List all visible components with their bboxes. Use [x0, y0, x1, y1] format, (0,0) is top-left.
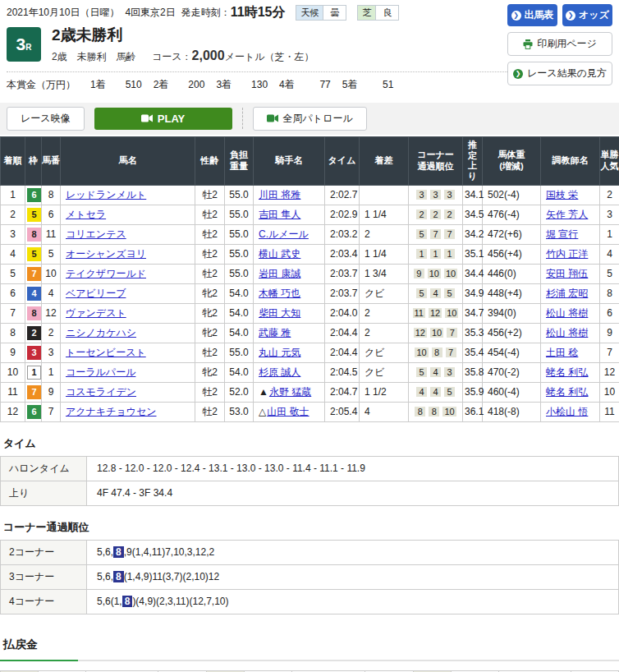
trainer-name-link[interactable]: 堀 宣行: [546, 228, 578, 240]
corner-position: 4: [430, 387, 441, 397]
guide-button[interactable]: ❯ レース結果の見方: [507, 62, 612, 85]
prize-place: 3着: [216, 79, 232, 90]
col-horse-name: 馬名: [61, 136, 195, 185]
jockey-name-link[interactable]: 丸山 元気: [259, 347, 300, 358]
finish-time: 2:04.5: [325, 362, 360, 382]
horse-name-link[interactable]: メトセラ: [66, 209, 106, 220]
col-horse-weight: 馬体重 (増減): [483, 136, 541, 185]
win-popularity: 9: [600, 323, 619, 343]
jockey-name-link[interactable]: 山田 敬士: [267, 406, 309, 417]
odds-button[interactable]: ❯ オッズ: [562, 4, 612, 26]
frame-number-cell: 1: [25, 362, 42, 382]
sex-age: 牡2: [195, 382, 225, 402]
corner-position: 1: [444, 249, 455, 259]
corner-position: 3: [416, 190, 427, 200]
sex-age: 牡2: [195, 264, 225, 283]
carried-weight: 55.0: [225, 244, 254, 264]
corner-position: 1: [416, 249, 427, 259]
race-titles: 2歳未勝利 2歳 未勝利 馬齢 コース：2,000メートル（芝・左）: [52, 27, 314, 64]
last-3f: 35.8: [463, 362, 483, 382]
jockey-name-link[interactable]: 吉田 隼人: [259, 209, 300, 220]
horse-name-link[interactable]: コーラルパール: [66, 366, 135, 378]
jockey-name-link[interactable]: 木幡 巧也: [259, 288, 300, 299]
trainer-name-link[interactable]: 松山 将樹: [546, 307, 588, 319]
frame-number-cell: 7: [25, 264, 42, 283]
horse-name-link[interactable]: レッドランメルト: [66, 189, 146, 200]
col-frame: 枠: [25, 136, 42, 185]
win-popularity: 6: [600, 303, 619, 323]
horse-name-link[interactable]: ヴァンデスト: [66, 307, 126, 319]
corner-positions-cell: 8810: [409, 402, 463, 421]
trainer-name-link[interactable]: 小桧山 悟: [546, 406, 588, 417]
time-row-label: ハロンタイム: [1, 456, 87, 481]
course-distance: 2,000: [192, 48, 225, 62]
prize-item: 1着510: [79, 78, 142, 92]
horse-weight: 446(0): [483, 264, 541, 283]
trainer-cell: 国枝 栄: [541, 185, 600, 205]
trainer-cell: 杉浦 宏昭: [541, 283, 600, 303]
col-corner-positions: コーナー 通過順位: [409, 136, 463, 185]
turf-badge-label: 芝: [358, 6, 375, 20]
jockey-name-link[interactable]: 永野 猛蔵: [269, 386, 311, 398]
trainer-name-link[interactable]: 竹内 正洋: [546, 248, 588, 260]
trainer-name-link[interactable]: 国枝 栄: [546, 189, 578, 200]
print-button[interactable]: 印刷用ページ: [507, 32, 612, 56]
play-button[interactable]: PLAY: [94, 108, 232, 130]
corner-position: 7: [447, 328, 457, 338]
horse-name-link[interactable]: コリエンテス: [66, 228, 126, 240]
jockey-name-link[interactable]: 杉原 誠人: [259, 366, 300, 378]
jockey-name-link[interactable]: 川田 将雅: [259, 189, 300, 200]
horse-weight: 476(-4): [483, 205, 541, 224]
finish-position: 1: [1, 185, 25, 205]
frame-number-badge: 8: [27, 228, 41, 242]
jockey-name-link[interactable]: 横山 武史: [259, 248, 300, 260]
corner-table: 2コーナー5,6,8,9(1,4,11)7,10,3,12,23コーナー5,6,…: [0, 540, 619, 614]
trainer-cell: 蛯名 利弘: [541, 382, 600, 402]
race-video-button[interactable]: レース映像: [7, 107, 85, 131]
trainer-name-link[interactable]: 土田 稔: [546, 347, 578, 358]
horse-name-link[interactable]: オーシャンズヨリ: [66, 248, 146, 260]
carried-weight: 55.0: [225, 343, 254, 362]
col-last-3f: 推定上り: [463, 136, 483, 185]
trainer-name-link[interactable]: 安田 翔伍: [546, 268, 588, 279]
trainer-name-link[interactable]: 松山 将樹: [546, 327, 588, 338]
jockey-name-link[interactable]: C.ルメール: [259, 228, 309, 240]
trainer-name-link[interactable]: 蛯名 利弘: [546, 386, 588, 398]
chevron-circle-icon: ❯: [513, 69, 523, 79]
horse-name-cell: メトセラ: [61, 205, 195, 224]
corner-position: 3: [444, 190, 455, 200]
sex-age: 牡2: [195, 205, 225, 224]
col-horse-number: 馬番: [42, 136, 61, 185]
corner-position: 10: [445, 308, 458, 318]
trainer-name-link[interactable]: 矢作 芳人: [546, 209, 588, 220]
win-popularity: 1: [600, 224, 619, 244]
jockey-name-link[interactable]: 岩田 康誠: [259, 268, 300, 279]
entries-button-label: 出馬表: [525, 8, 554, 22]
horse-name-link[interactable]: コスモライデン: [66, 386, 136, 398]
jockey-cell: 杉原 誠人: [254, 362, 325, 382]
entries-button[interactable]: ❯ 出馬表: [507, 4, 557, 26]
trainer-name-link[interactable]: 杉浦 宏昭: [546, 288, 588, 299]
horse-name-link[interactable]: トーセンビースト: [66, 347, 146, 358]
carried-weight: 55.0: [225, 224, 254, 244]
jockey-name-link[interactable]: 柴田 大知: [259, 307, 300, 319]
trainer-name-link[interactable]: 蛯名 利弘: [546, 366, 588, 378]
horse-name-cell: ニシノカケハシ: [61, 323, 195, 343]
horse-name-link[interactable]: アクナキチョウセン: [66, 406, 157, 417]
carried-weight: 55.0: [225, 185, 254, 205]
horse-name-link[interactable]: テイクザワールド: [66, 268, 146, 279]
frame-number-badge: 4: [27, 287, 41, 301]
prize-place: 1着: [90, 79, 106, 90]
payout-section-title: 払戻金: [3, 637, 619, 652]
patrol-video-button[interactable]: 全周パトロール: [253, 107, 367, 131]
finish-position: 4: [1, 244, 25, 264]
jockey-name-link[interactable]: 武藤 雅: [259, 327, 291, 338]
finish-time: 2:04.7: [325, 382, 360, 402]
horse-name-link[interactable]: ニシノカケハシ: [66, 327, 136, 338]
horse-name-link[interactable]: ベアビリーブ: [66, 288, 126, 299]
time-row-label: 上り: [1, 481, 87, 505]
margin: 2: [360, 303, 409, 323]
corner-positions-cell: 333: [409, 185, 463, 205]
horse-name-cell: レッドランメルト: [61, 185, 195, 205]
margin: [360, 185, 409, 205]
